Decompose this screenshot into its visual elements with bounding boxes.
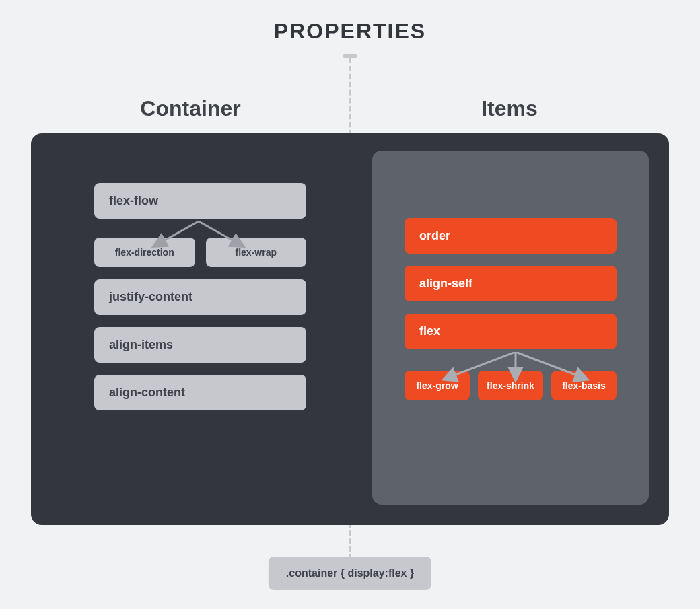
prop-flex-flow: flex-flow: [94, 183, 306, 219]
page-title: PROPERTIES: [0, 0, 700, 44]
column-headers: Container Items: [31, 96, 669, 121]
prop-flex-shrink: flex-shrink: [478, 371, 543, 400]
items-column: order align-self flex flex-grow flex-shr…: [372, 151, 649, 505]
prop-flex-direction: flex-direction: [94, 238, 195, 267]
prop-align-content: align-content: [94, 375, 306, 410]
prop-align-items: align-items: [94, 327, 306, 363]
main-panel: flex-flow flex-direction flex-wrap justi…: [31, 133, 669, 525]
divider-cap-icon: [343, 54, 357, 58]
prop-flex: flex: [405, 314, 617, 349]
container-column: flex-flow flex-direction flex-wrap justi…: [51, 151, 349, 505]
caption-code: .container { display:flex }: [269, 557, 431, 590]
prop-flex-wrap: flex-wrap: [206, 238, 307, 267]
prop-flex-basis: flex-basis: [551, 371, 617, 400]
column-header-container: Container: [31, 96, 350, 121]
prop-order: order: [405, 218, 617, 254]
prop-flex-grow: flex-grow: [405, 371, 470, 400]
prop-align-self: align-self: [405, 266, 617, 301]
prop-justify-content: justify-content: [94, 279, 306, 315]
column-header-items: Items: [350, 96, 669, 121]
